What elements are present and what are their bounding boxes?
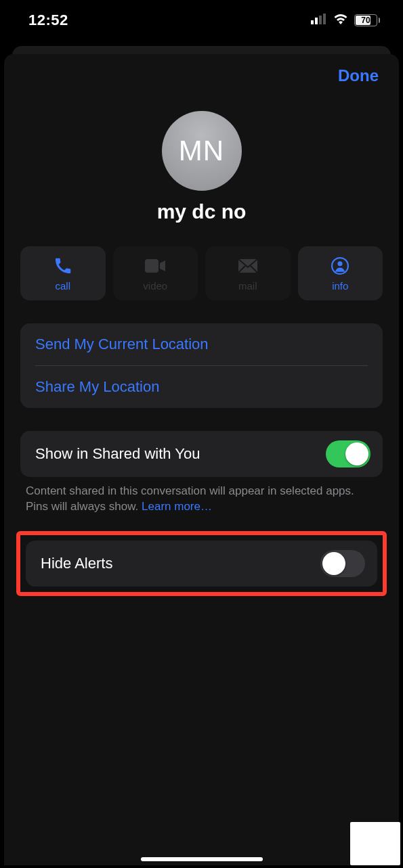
share-location-button[interactable]: Share My Location <box>20 366 383 408</box>
done-button[interactable]: Done <box>338 66 379 85</box>
phone-icon <box>53 256 73 276</box>
call-label: call <box>55 280 70 292</box>
status-bar: 12:52 70 <box>0 0 403 41</box>
mail-icon <box>238 256 258 276</box>
overlay-patch <box>350 822 400 865</box>
avatar[interactable]: MN <box>162 111 242 191</box>
video-label: video <box>143 280 167 292</box>
action-button-row: call video mail info <box>20 246 383 300</box>
shared-with-you-row: Show in Shared with You <box>20 431 383 477</box>
video-icon <box>145 256 165 276</box>
highlight-annotation: Hide Alerts <box>16 531 387 596</box>
mail-label: mail <box>238 280 257 292</box>
status-indicators: 70 <box>311 13 380 28</box>
hide-alerts-group: Hide Alerts <box>26 541 377 587</box>
hide-alerts-label: Hide Alerts <box>41 555 112 572</box>
cellular-icon <box>311 14 327 27</box>
svg-rect-3 <box>323 14 326 24</box>
home-indicator[interactable] <box>141 857 263 861</box>
battery-icon: 70 <box>354 14 380 26</box>
svg-rect-0 <box>311 20 314 24</box>
avatar-initials: MN <box>179 135 224 167</box>
info-button[interactable]: info <box>298 246 383 300</box>
status-time: 12:52 <box>28 12 68 29</box>
shared-with-you-description: Content shared in this conversation will… <box>20 477 383 515</box>
learn-more-link[interactable]: Learn more… <box>142 500 212 513</box>
video-button: video <box>113 246 198 300</box>
svg-point-7 <box>338 261 343 266</box>
info-label: info <box>332 280 348 292</box>
phone-frame: 12:52 70 Done MN my <box>0 0 403 868</box>
contact-detail-sheet: Done MN my dc no call video <box>4 54 399 865</box>
shared-with-you-label: Show in Shared with You <box>35 445 200 463</box>
svg-rect-1 <box>315 18 318 24</box>
contact-name: my dc no <box>157 200 247 223</box>
person-circle-icon <box>330 256 350 276</box>
shared-with-you-toggle[interactable] <box>326 440 370 467</box>
mail-button: mail <box>205 246 291 300</box>
battery-percent: 70 <box>361 16 370 25</box>
hide-alerts-toggle[interactable] <box>320 550 365 577</box>
svg-rect-4 <box>145 259 158 273</box>
call-button[interactable]: call <box>20 246 106 300</box>
location-group: Send My Current Location Share My Locati… <box>20 323 383 408</box>
wifi-icon <box>333 13 349 28</box>
svg-rect-2 <box>319 16 322 24</box>
hide-alerts-row: Hide Alerts <box>26 541 377 587</box>
contact-header: MN my dc no <box>20 111 383 223</box>
shared-with-you-group: Show in Shared with You <box>20 431 383 477</box>
send-location-button[interactable]: Send My Current Location <box>20 323 383 365</box>
